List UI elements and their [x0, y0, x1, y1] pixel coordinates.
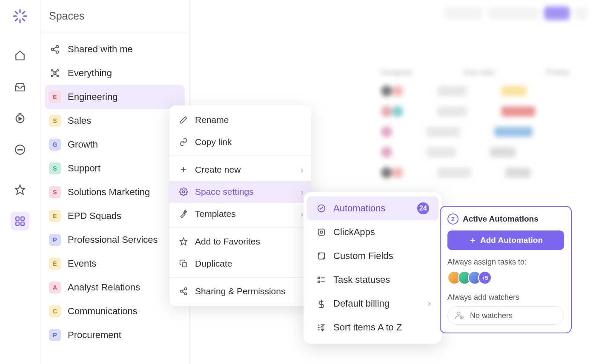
sidebar-item-professional-services[interactable]: P Professional Services — [45, 228, 185, 252]
more-icon[interactable] — [11, 140, 29, 159]
menu-item-templates[interactable]: Templates › — [169, 203, 311, 225]
svg-marker-13 — [15, 185, 25, 194]
svg-point-39 — [185, 293, 187, 295]
menu-item-space-settings[interactable]: Space settings › — [169, 181, 311, 203]
inbox-icon[interactable] — [11, 77, 29, 96]
sidebar-item-label: Analyst Relations — [68, 282, 140, 293]
menu-divider — [169, 277, 311, 278]
sidebar-item-label: Solutions Marketing — [68, 187, 150, 198]
sidebar-item-label: Support — [68, 163, 100, 174]
svg-point-20 — [56, 51, 59, 54]
svg-line-31 — [55, 74, 57, 75]
svg-point-19 — [52, 48, 54, 51]
submenu-item-sort-az[interactable]: Sort items A to Z — [307, 316, 438, 339]
sidebar-item-procurement[interactable]: P Procurement — [45, 323, 185, 347]
svg-point-38 — [181, 290, 183, 293]
menu-item-label: Create new — [195, 165, 241, 175]
menu-item-label: Space settings — [195, 187, 254, 197]
clickapps-icon — [316, 227, 327, 237]
sidebar-item-label: Everything — [68, 68, 112, 79]
space-avatar: S — [49, 162, 61, 174]
sidebar-item-sales[interactable]: S Sales — [45, 109, 185, 133]
svg-point-27 — [57, 75, 59, 77]
automation-count-badge: 24 — [417, 202, 429, 214]
svg-rect-14 — [16, 217, 19, 220]
space-avatar: E — [49, 258, 61, 270]
submenu-item-task-statuses[interactable]: Task statuses — [307, 268, 438, 292]
svg-marker-35 — [180, 238, 187, 245]
sidebar-item-label: Shared with me — [68, 44, 133, 55]
sidebar-item-events[interactable]: E Events — [45, 252, 185, 276]
spaces-list: Shared with me Everything E Engineering … — [40, 32, 189, 352]
submenu-item-automations[interactable]: Automations 24 — [307, 196, 438, 220]
add-automation-button[interactable]: ＋ Add Automation — [447, 230, 564, 250]
timer-icon[interactable] — [11, 109, 29, 128]
submenu-item-label: Task statuses — [333, 274, 390, 285]
menu-item-create-new[interactable]: Create new › — [169, 159, 311, 181]
spaces-sidebar: Spaces Shared with me Everything E Engin… — [40, 0, 189, 364]
sidebar-item-shared[interactable]: Shared with me — [45, 37, 185, 61]
svg-point-51 — [457, 312, 460, 315]
submenu-item-label: Default billing — [333, 298, 390, 309]
menu-item-rename[interactable]: Rename — [169, 109, 311, 131]
dollar-icon — [316, 299, 327, 309]
svg-rect-17 — [21, 222, 24, 225]
submenu-item-custom-fields[interactable]: Custom Fields — [307, 244, 438, 268]
space-context-menu: Rename Copy link Create new › Space sett… — [169, 105, 311, 306]
automation-icon — [316, 203, 327, 213]
home-icon[interactable] — [11, 46, 29, 65]
svg-point-37 — [185, 288, 187, 290]
pencil-icon — [179, 115, 188, 125]
sidebar-item-label: EPD Squads — [68, 210, 121, 222]
menu-item-sharing-permissions[interactable]: Sharing & Permissions — [169, 280, 311, 302]
sidebar-item-epd-squads[interactable]: E EPD Squads — [45, 204, 185, 228]
left-icon-rail — [0, 0, 40, 364]
svg-line-28 — [53, 71, 55, 72]
sidebar-item-label: Procurement — [68, 330, 121, 341]
svg-point-10 — [18, 149, 19, 150]
sidebar-item-communications[interactable]: C Communications — [45, 299, 185, 323]
favorites-icon[interactable] — [11, 180, 29, 199]
sidebar-item-analyst-relations[interactable]: A Analyst Relations — [45, 276, 185, 299]
space-avatar: G — [49, 139, 61, 151]
no-watchers-text: No watchers — [470, 311, 513, 320]
sidebar-item-everything[interactable]: Everything — [45, 61, 185, 85]
space-avatar: S — [49, 186, 61, 198]
active-automation-count: 2 — [447, 213, 458, 225]
menu-item-add-favorites[interactable]: Add to Favorites — [169, 230, 311, 253]
automations-panel: 2 Active Automations ＋ Add Automation Al… — [440, 206, 572, 333]
svg-line-4 — [16, 12, 18, 14]
submenu-item-default-billing[interactable]: Default billing › — [307, 292, 438, 316]
svg-rect-36 — [183, 263, 187, 267]
chevron-right-icon: › — [301, 165, 304, 175]
svg-line-29 — [55, 71, 57, 72]
space-avatar: P — [49, 329, 61, 341]
watchers-pill[interactable]: No watchers — [447, 306, 564, 325]
menu-divider — [169, 228, 311, 228]
custom-fields-icon — [316, 251, 327, 261]
space-avatar: S — [49, 115, 61, 127]
submenu-item-clickapps[interactable]: ClickApps — [307, 220, 438, 244]
sidebar-item-growth[interactable]: G Growth — [45, 133, 185, 156]
sidebar-item-support[interactable]: S Support — [45, 156, 185, 180]
sidebar-item-label: Professional Services — [68, 234, 158, 245]
spaces-header: Spaces — [40, 0, 189, 32]
svg-point-26 — [52, 75, 53, 77]
gear-icon — [179, 187, 188, 196]
app-logo-icon[interactable] — [11, 8, 29, 25]
sidebar-item-engineering[interactable]: E Engineering — [45, 85, 185, 109]
svg-line-21 — [54, 47, 56, 49]
submenu-item-label: Custom Fields — [333, 250, 393, 262]
svg-point-23 — [54, 72, 56, 74]
menu-item-copy-link[interactable]: Copy link — [169, 131, 311, 153]
menu-item-duplicate[interactable]: Duplicate — [169, 253, 311, 275]
spaces-icon[interactable] — [11, 212, 29, 230]
automations-title: Active Automations — [463, 214, 539, 224]
sidebar-item-solutions-marketing[interactable]: S Solutions Marketing — [45, 180, 185, 204]
space-avatar: A — [49, 282, 61, 293]
assignees-list[interactable]: +5 — [447, 271, 564, 284]
link-icon — [179, 137, 188, 147]
chevron-right-icon: › — [428, 298, 431, 309]
plus-icon — [179, 165, 188, 174]
chevron-right-icon: › — [301, 187, 304, 197]
